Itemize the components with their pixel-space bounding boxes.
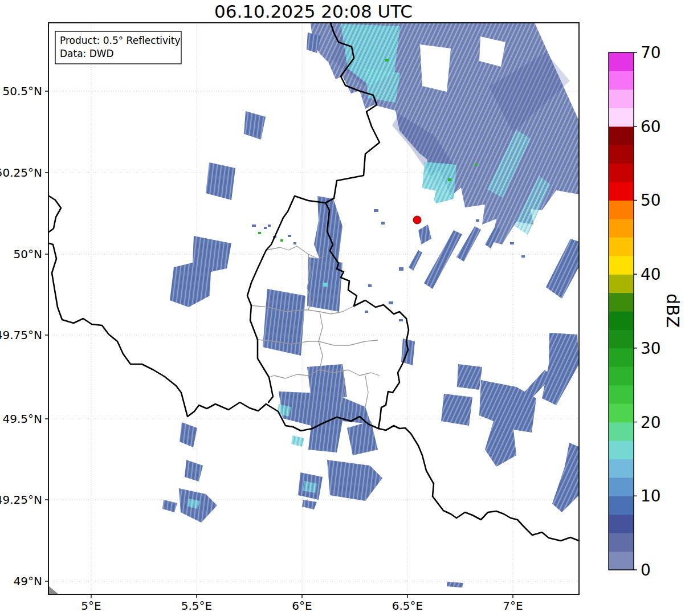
colorbar-tick-label: 50 bbox=[641, 191, 661, 210]
colorbar: 010203040506070 bbox=[609, 43, 661, 580]
echo-blob-texture bbox=[185, 460, 203, 482]
colorbar-segment bbox=[609, 108, 634, 127]
country-border-line bbox=[378, 426, 579, 541]
colorbar-segment bbox=[609, 256, 634, 275]
y-tick-label: 50.5°N bbox=[3, 84, 43, 98]
colorbar-segment bbox=[609, 348, 634, 367]
x-tick-label: 7°E bbox=[503, 599, 523, 613]
echo-speck bbox=[288, 235, 291, 237]
echo-speck bbox=[368, 284, 372, 287]
colorbar-tick-label: 60 bbox=[641, 117, 661, 136]
colorbar-segment bbox=[609, 533, 634, 552]
echo-blob bbox=[418, 187, 436, 207]
colorbar-segment bbox=[609, 293, 634, 312]
echo-speck bbox=[280, 239, 283, 242]
echo-speck bbox=[264, 227, 267, 229]
echo-blob-texture bbox=[302, 500, 317, 509]
colorbar-segment bbox=[609, 71, 634, 89]
echo-blob-texture bbox=[327, 460, 382, 501]
colorbar-segment bbox=[609, 385, 634, 404]
echo-blob-texture bbox=[546, 239, 579, 299]
echo-blob-texture bbox=[457, 364, 482, 390]
y-tick-label: 49.75°N bbox=[0, 328, 42, 342]
y-tick-label: 50°N bbox=[14, 247, 42, 261]
y-tick-label: 49.25°N bbox=[0, 493, 42, 507]
echo-blob-texture bbox=[456, 226, 481, 262]
colorbar-tick-label: 30 bbox=[641, 339, 661, 358]
colorbar-segment bbox=[609, 145, 634, 164]
page-title: 06.10.2025 20:08 UTC bbox=[214, 1, 413, 22]
echo-blob bbox=[420, 44, 451, 92]
y-tick-label: 49°N bbox=[14, 574, 42, 588]
echo-speck bbox=[399, 267, 403, 271]
echo-speck bbox=[381, 222, 385, 225]
echo-speck bbox=[399, 319, 403, 321]
colorbar-segment bbox=[609, 515, 634, 533]
district-border-line bbox=[319, 340, 378, 345]
echo-speck bbox=[389, 301, 393, 304]
y-tick-label: 50.25°N bbox=[0, 166, 42, 180]
echo-blob-texture bbox=[542, 333, 579, 405]
x-tick-label: 6.5°E bbox=[392, 599, 423, 613]
echo-blob-texture bbox=[307, 364, 347, 398]
colorbar-segment bbox=[609, 496, 634, 515]
x-tick-label: 5°E bbox=[81, 599, 101, 613]
info-product-line: Product: 0.5° Reflectivity bbox=[60, 35, 181, 46]
colorbar-segment bbox=[609, 219, 634, 238]
colorbar-axis-title: dBZ bbox=[663, 293, 683, 328]
coverage-edge-corner bbox=[48, 586, 59, 594]
echo-blob-texture bbox=[180, 422, 197, 447]
echo-blob-texture bbox=[291, 435, 304, 447]
echo-blob-texture bbox=[409, 250, 422, 271]
colorbar-segment bbox=[609, 440, 634, 459]
colorbar-segment bbox=[609, 329, 634, 348]
product-info-box: Product: 0.5° Reflectivity Data: DWD bbox=[55, 31, 181, 64]
x-tick-label: 5.5°E bbox=[181, 599, 212, 613]
echo-blob-texture bbox=[418, 225, 431, 244]
colorbar-tick-label: 0 bbox=[641, 561, 651, 580]
district-border-line bbox=[319, 312, 323, 370]
radar-map-canvas: 06.10.2025 20:08 UTC Product: 0.5° Refle… bbox=[0, 0, 685, 616]
district-border-line bbox=[365, 376, 368, 407]
echo-speck bbox=[258, 232, 261, 234]
echo-speck bbox=[323, 283, 328, 287]
colorbar-segment bbox=[609, 164, 634, 182]
colorbar-segment bbox=[609, 403, 634, 422]
colorbar-segment bbox=[609, 459, 634, 478]
colorbar-segment bbox=[609, 366, 634, 385]
colorbar-segment bbox=[609, 200, 634, 219]
echo-blob-texture bbox=[365, 68, 400, 103]
info-data-line: Data: DWD bbox=[60, 48, 114, 59]
echo-blob-texture bbox=[263, 289, 305, 356]
country-border-line bbox=[49, 196, 61, 232]
colorbar-segment bbox=[609, 237, 634, 256]
colorbar-tick-label: 70 bbox=[641, 43, 661, 62]
colorbar-tick-label: 40 bbox=[641, 265, 661, 284]
echo-speck bbox=[268, 225, 271, 227]
colorbar-tick-label: 20 bbox=[641, 413, 661, 432]
echo-speck bbox=[293, 242, 296, 244]
echo-speck bbox=[385, 59, 389, 62]
colorbar-segment bbox=[609, 52, 634, 71]
colorbar-segment bbox=[609, 127, 634, 145]
echo-speck bbox=[521, 255, 525, 258]
echo-blob-texture bbox=[162, 500, 177, 512]
echo-blob-texture bbox=[447, 582, 463, 588]
echo-blob-texture bbox=[552, 443, 579, 512]
colorbar-segment bbox=[609, 274, 634, 293]
echo-speck bbox=[374, 209, 378, 212]
colorbar-segment bbox=[609, 422, 634, 441]
echo-blob-texture bbox=[244, 111, 266, 140]
country-border-line bbox=[49, 243, 266, 417]
echo-speck bbox=[448, 178, 451, 181]
colorbar-segment bbox=[609, 552, 634, 570]
colorbar-segment bbox=[609, 89, 634, 108]
colorbar-tick-label: 10 bbox=[641, 487, 661, 505]
x-tick-label: 6°E bbox=[292, 599, 312, 613]
colorbar-segment bbox=[609, 311, 634, 330]
echo-speck bbox=[365, 311, 368, 313]
radar-site-marker bbox=[413, 216, 421, 224]
echo-blob-texture bbox=[206, 162, 235, 200]
echo-speck bbox=[510, 242, 514, 244]
echo-blob-texture bbox=[170, 236, 231, 307]
